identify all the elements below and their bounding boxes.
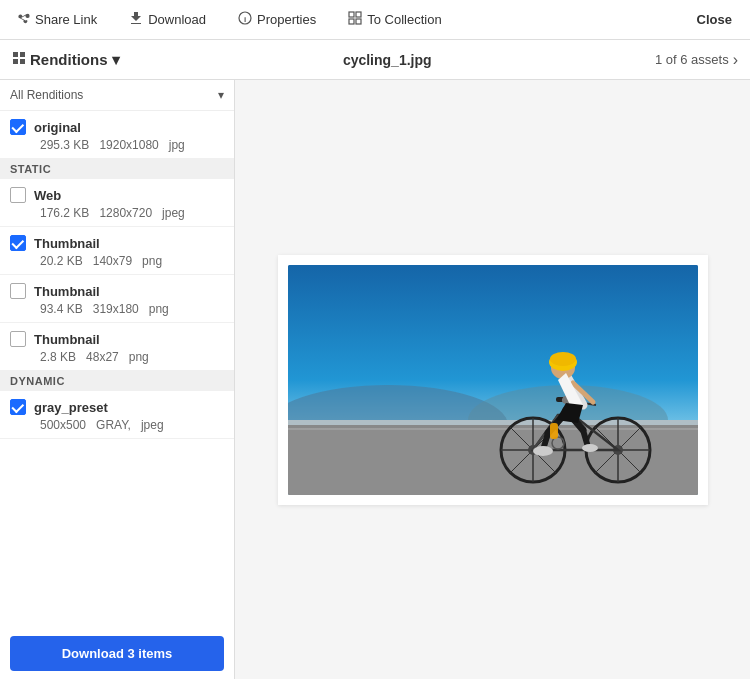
thumbnail3-size: 2.8 KB <box>40 350 76 364</box>
thumbnail2-checkbox[interactable] <box>10 283 26 299</box>
svg-marker-16 <box>288 430 698 495</box>
gray-preset-meta: 500x500 GRAY, jpeg <box>10 418 224 432</box>
renditions-dropdown[interactable]: Renditions ▾ <box>12 51 120 69</box>
asset-nav-text: 1 of 6 assets <box>655 52 729 67</box>
web-name: Web <box>34 188 61 203</box>
info-icon: i <box>238 11 252 28</box>
thumbnail1-dimensions: 140x79 <box>93 254 132 268</box>
thumbnail2-size: 93.4 KB <box>40 302 83 316</box>
svg-rect-8 <box>13 59 18 64</box>
svg-rect-5 <box>356 19 361 24</box>
download-toolbar-icon <box>129 11 143 28</box>
svg-rect-2 <box>349 12 354 17</box>
original-checkbox[interactable] <box>10 119 26 135</box>
gray-preset-dimensions: GRAY, <box>96 418 131 432</box>
original-format: jpg <box>169 138 185 152</box>
filename: cycling_1.jpg <box>120 52 655 68</box>
web-checkbox[interactable] <box>10 187 26 203</box>
collection-button[interactable]: To Collection <box>342 7 447 32</box>
download-toolbar-button[interactable]: Download <box>123 7 212 32</box>
asset-nav[interactable]: 1 of 6 assets › <box>655 52 738 68</box>
share-link-label: Share Link <box>35 12 97 27</box>
original-size: 295.3 KB <box>40 138 89 152</box>
filter-label: All Renditions <box>10 88 83 102</box>
close-button[interactable]: Close <box>689 8 740 31</box>
svg-rect-3 <box>356 12 361 17</box>
gray-preset-name: gray_preset <box>34 400 108 415</box>
image-container <box>278 255 708 505</box>
web-dimensions: 1280x720 <box>99 206 152 220</box>
toolbar: Share Link Download i Properties To Coll… <box>0 0 750 40</box>
properties-button[interactable]: i Properties <box>232 7 322 32</box>
web-meta: 176.2 KB 1280x720 jpeg <box>10 206 224 220</box>
gray-preset-checkbox[interactable] <box>10 399 26 415</box>
share-icon <box>16 11 30 28</box>
dynamic-section-header: DYNAMIC <box>0 371 234 391</box>
svg-text:i: i <box>244 15 246 24</box>
svg-rect-4 <box>349 19 354 24</box>
thumbnail2-dimensions: 319x180 <box>93 302 139 316</box>
web-size: 176.2 KB <box>40 206 89 220</box>
list-item[interactable]: Thumbnail 2.8 KB 48x27 png <box>0 323 234 371</box>
svg-point-50 <box>533 446 553 456</box>
main-layout: All Renditions ▾ original 295.3 KB 1920x… <box>0 80 750 679</box>
download-button[interactable]: Download 3 items <box>10 636 224 671</box>
svg-point-51 <box>582 444 598 452</box>
cycling-image <box>288 265 698 495</box>
thumbnail3-checkbox[interactable] <box>10 331 26 347</box>
download-toolbar-label: Download <box>148 12 206 27</box>
list-item[interactable]: original 295.3 KB 1920x1080 jpg <box>0 111 234 159</box>
thumbnail1-format: png <box>142 254 162 268</box>
filter-dropdown[interactable]: All Renditions ▾ <box>0 80 234 111</box>
svg-point-41 <box>550 352 576 366</box>
share-link-button[interactable]: Share Link <box>10 7 103 32</box>
svg-rect-7 <box>20 52 25 57</box>
list-item[interactable]: Web 176.2 KB 1280x720 jpeg <box>0 179 234 227</box>
gray-preset-size: 500x500 <box>40 418 86 432</box>
thumbnail1-name: Thumbnail <box>34 236 100 251</box>
thumbnail1-size: 20.2 KB <box>40 254 83 268</box>
filter-chevron-icon: ▾ <box>218 88 224 102</box>
original-meta: 295.3 KB 1920x1080 jpg <box>10 138 224 152</box>
thumbnail3-dimensions: 48x27 <box>86 350 119 364</box>
thumbnail2-name: Thumbnail <box>34 284 100 299</box>
grid-icon <box>12 51 26 68</box>
renditions-chevron-icon: ▾ <box>112 51 120 69</box>
svg-rect-49 <box>550 423 558 439</box>
renditions-list: original 295.3 KB 1920x1080 jpg STATIC W… <box>0 111 234 628</box>
thumbnail3-format: png <box>129 350 149 364</box>
thumbnail3-meta: 2.8 KB 48x27 png <box>10 350 224 364</box>
sub-header: Renditions ▾ cycling_1.jpg 1 of 6 assets… <box>0 40 750 80</box>
gray-preset-format: jpeg <box>141 418 164 432</box>
svg-rect-6 <box>13 52 18 57</box>
original-dimensions: 1920x1080 <box>99 138 158 152</box>
thumbnail1-meta: 20.2 KB 140x79 png <box>10 254 224 268</box>
static-section-header: STATIC <box>0 159 234 179</box>
thumbnail2-meta: 93.4 KB 319x180 png <box>10 302 224 316</box>
right-panel <box>235 80 750 679</box>
next-icon: › <box>733 52 738 68</box>
collection-icon <box>348 11 362 28</box>
properties-label: Properties <box>257 12 316 27</box>
thumbnail3-name: Thumbnail <box>34 332 100 347</box>
renditions-label-text: Renditions <box>30 51 108 68</box>
thumbnail1-checkbox[interactable] <box>10 235 26 251</box>
list-item[interactable]: Thumbnail 20.2 KB 140x79 png <box>0 227 234 275</box>
thumbnail2-format: png <box>149 302 169 316</box>
list-item[interactable]: gray_preset 500x500 GRAY, jpeg <box>0 391 234 439</box>
svg-rect-9 <box>20 59 25 64</box>
list-item[interactable]: Thumbnail 93.4 KB 319x180 png <box>0 275 234 323</box>
left-panel: All Renditions ▾ original 295.3 KB 1920x… <box>0 80 235 679</box>
collection-label: To Collection <box>367 12 441 27</box>
web-format: jpeg <box>162 206 185 220</box>
original-name: original <box>34 120 81 135</box>
